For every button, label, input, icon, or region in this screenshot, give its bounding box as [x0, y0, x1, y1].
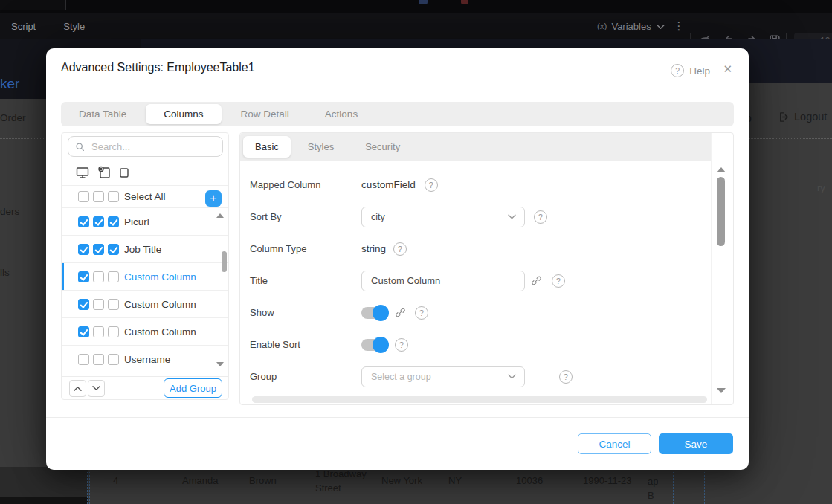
- tab-data-table[interactable]: Data Table: [61, 102, 144, 126]
- checkbox[interactable]: [108, 326, 119, 337]
- chevron-down-icon: [91, 385, 101, 392]
- device-toggle-row: [75, 166, 130, 180]
- settings-form: Mapped Column customField ? Sort By city…: [240, 161, 711, 392]
- checkbox[interactable]: [93, 271, 104, 282]
- checkbox[interactable]: [93, 244, 104, 255]
- help-label: Help: [689, 65, 710, 77]
- checkbox[interactable]: [78, 326, 89, 337]
- checkbox[interactable]: [108, 299, 119, 310]
- browser-tab-fragment: [0, 0, 66, 10]
- row-label: Username: [124, 354, 170, 365]
- panel-hscrollbar-thumb[interactable]: [252, 396, 707, 403]
- cell-first-name: Amanda: [182, 475, 218, 486]
- cell-extra-2: B: [648, 490, 654, 501]
- settings-tab-bar: Basic Styles Security: [240, 133, 711, 161]
- modal-tab-bar: Data Table Columns Row Detail Actions: [61, 102, 734, 126]
- checkbox[interactable]: [78, 216, 89, 227]
- list-row-custom-column-1[interactable]: Custom Column: [62, 262, 228, 290]
- field-title: Title ?: [240, 265, 711, 297]
- checkbox[interactable]: [93, 354, 104, 365]
- tab-basic[interactable]: Basic: [243, 136, 291, 158]
- search-input[interactable]: [90, 140, 204, 153]
- checkbox[interactable]: [93, 216, 104, 227]
- tab-styles[interactable]: Styles: [292, 133, 349, 161]
- mobile-icon[interactable]: [118, 166, 130, 180]
- kebab-menu-icon[interactable]: ⋮: [674, 13, 684, 39]
- panel-scroll-up-icon[interactable]: [717, 167, 726, 172]
- enable-sort-toggle[interactable]: [361, 339, 387, 351]
- help-circle-icon[interactable]: ?: [559, 370, 573, 384]
- checkbox[interactable]: [78, 354, 89, 365]
- help-circle-icon[interactable]: ?: [415, 306, 428, 320]
- checkbox[interactable]: [78, 271, 89, 282]
- variables-dropdown[interactable]: (x) Variables: [597, 13, 665, 39]
- tab-style[interactable]: Style: [63, 21, 85, 32]
- checkbox[interactable]: [93, 326, 104, 337]
- help-button[interactable]: ? Help: [671, 64, 710, 77]
- add-group-button[interactable]: Add Group: [164, 378, 222, 398]
- column-type-value: string: [361, 243, 386, 254]
- list-row-custom-column-3[interactable]: Custom Column: [62, 317, 228, 345]
- checkbox[interactable]: [108, 354, 119, 365]
- sort-by-select[interactable]: city: [361, 207, 525, 227]
- help-circle-icon[interactable]: ?: [425, 178, 438, 192]
- list-row-job-title[interactable]: Job Title: [62, 235, 228, 262]
- checkbox[interactable]: [78, 191, 89, 202]
- checkbox[interactable]: [78, 244, 89, 255]
- tab-security[interactable]: Security: [349, 133, 416, 161]
- sidebar-item-fragment: ders: [0, 206, 19, 217]
- tab-row-detail[interactable]: Row Detail: [223, 102, 307, 126]
- field-label: Show: [250, 307, 361, 318]
- help-circle-icon[interactable]: ?: [552, 274, 565, 288]
- help-circle-icon[interactable]: ?: [534, 210, 547, 224]
- checkbox[interactable]: [93, 191, 104, 202]
- tab-columns[interactable]: Columns: [146, 104, 221, 124]
- panel-scroll-down-icon[interactable]: [717, 388, 726, 393]
- list-footer-bar: Add Group: [62, 376, 228, 399]
- desktop-icon[interactable]: [75, 166, 90, 180]
- show-toggle[interactable]: [361, 307, 387, 319]
- logout-button: Logout: [778, 111, 827, 123]
- checkbox[interactable]: [108, 216, 119, 227]
- checkbox[interactable]: [108, 244, 119, 255]
- list-scrollbar-thumb[interactable]: [222, 251, 227, 272]
- editor-toolbar: Script Style (x) Variables ⋮ — 10: [0, 13, 832, 39]
- field-label: Group: [250, 371, 361, 382]
- checkbox[interactable]: [93, 299, 104, 310]
- cell-extra-1: ap: [648, 476, 658, 487]
- close-icon[interactable]: ✕: [723, 62, 732, 76]
- cell-dob: 1990-11-23: [583, 475, 632, 486]
- group-select[interactable]: Select a group: [361, 366, 525, 387]
- tab-actions[interactable]: Actions: [307, 102, 375, 126]
- link-binding-icon[interactable]: [395, 307, 406, 318]
- row-label: Job Title: [124, 244, 161, 255]
- help-circle-icon[interactable]: ?: [395, 338, 408, 352]
- column-guide: [89, 467, 90, 504]
- list-scroll-down-icon[interactable]: [216, 362, 224, 366]
- checkbox[interactable]: [108, 271, 119, 282]
- panel-scrollbar-thumb[interactable]: [717, 177, 725, 246]
- field-label: Title: [250, 275, 361, 286]
- list-row-picurl[interactable]: Picurl: [62, 207, 228, 235]
- add-column-button[interactable]: +: [205, 190, 222, 207]
- save-button[interactable]: Save: [659, 433, 733, 454]
- checkbox[interactable]: [108, 191, 119, 202]
- columns-list-panel: Select All Picurl Job Title: [61, 132, 229, 400]
- list-row-custom-column-2[interactable]: Custom Column: [62, 290, 228, 317]
- cancel-button[interactable]: Cancel: [578, 433, 651, 454]
- browser-strip: [0, 0, 832, 13]
- row-label: Custom Column: [124, 271, 196, 282]
- field-sort-by: Sort By city ?: [240, 201, 711, 233]
- checkbox[interactable]: [78, 299, 89, 310]
- tablet-icon[interactable]: [97, 166, 112, 180]
- title-input[interactable]: [361, 271, 525, 291]
- list-scroll-up-icon[interactable]: [216, 213, 224, 218]
- help-circle-icon[interactable]: ?: [393, 242, 407, 256]
- list-row-username[interactable]: Username: [62, 345, 228, 372]
- link-binding-icon[interactable]: [531, 275, 542, 286]
- move-up-button[interactable]: [69, 380, 86, 397]
- tab-script[interactable]: Script: [11, 21, 36, 32]
- list-row-select-all[interactable]: Select All: [62, 185, 228, 207]
- search-box: [68, 136, 223, 157]
- move-down-button[interactable]: [88, 380, 105, 397]
